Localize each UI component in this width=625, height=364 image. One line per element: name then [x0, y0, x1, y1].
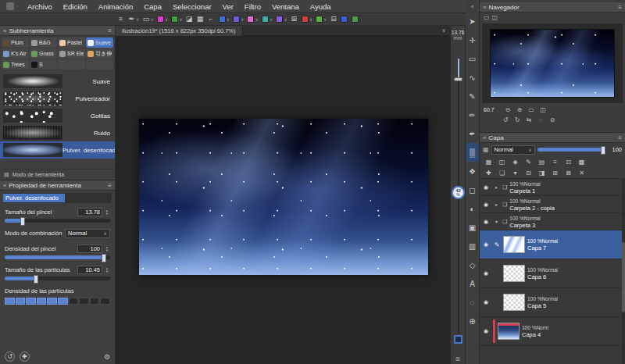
color-chip-indigo[interactable]: ∨: [233, 15, 244, 24]
layer-row-capa-7[interactable]: ◉ ✎ 100 %NormalCapa 7: [480, 230, 625, 259]
layer-color-icon[interactable]: ▩: [576, 157, 588, 166]
subview-tab-icon[interactable]: ◫: [492, 14, 498, 21]
subtool-item[interactable]: Gotitas: [0, 107, 115, 124]
brush-tool-icon[interactable]: ✒: [466, 124, 479, 143]
brush-density-slider[interactable]: [5, 255, 110, 259]
actual-size-icon[interactable]: ◫: [538, 106, 548, 113]
clip-below-icon[interactable]: ◫: [496, 157, 508, 166]
pen-tool-icon[interactable]: ✎: [466, 87, 479, 105]
layer-opacity-slider[interactable]: [538, 148, 605, 152]
layer-row-carpeta-3[interactable]: ◉ ▾ ❏ 100 %NormalCarpeta 3: [480, 213, 625, 230]
transfer-down-icon[interactable]: ⊟: [523, 168, 534, 177]
subtool-group-button[interactable]: Plum: [2, 37, 29, 48]
figure-tool-icon[interactable]: ◇: [466, 255, 479, 274]
expand-arrow-icon[interactable]: ▸: [493, 202, 500, 207]
collapse-toolbox-icon[interactable]: «: [466, 2, 479, 12]
visibility-eye-icon[interactable]: ◉: [481, 299, 491, 305]
visibility-eye-icon[interactable]: ◉: [481, 184, 491, 191]
subtool-group-button[interactable]: Pastel: [58, 37, 85, 48]
collapse-panel-icon[interactable]: «: [483, 134, 486, 141]
tool-preset-icon[interactable]: ✒ ∨: [128, 15, 139, 24]
layer-row-carpeta-1[interactable]: ◉ ▸ ❏ 100 %NormalCarpeta 1: [480, 179, 625, 196]
subtool-group-button[interactable]: [86, 59, 113, 70]
menubar-item[interactable]: Animación: [93, 2, 138, 11]
pencil-tool-icon[interactable]: ✏: [466, 105, 479, 124]
reset-rotation-icon[interactable]: ◌: [536, 116, 545, 123]
subtool-group-button[interactable]: Trees: [2, 59, 29, 70]
layer-row-capa-6[interactable]: ◉ 100 %NormalCapa 6: [480, 259, 625, 288]
selected-subtool-banner[interactable]: Pulver. desenfocado: [3, 193, 112, 203]
subtool-item[interactable]: Suave: [0, 73, 115, 90]
layer-thumbnail[interactable]: [503, 294, 525, 311]
zoom-out-icon[interactable]: ⊖: [503, 106, 512, 113]
apply-mask-icon[interactable]: ⊞: [549, 168, 561, 177]
move-tool-icon[interactable]: ✛: [466, 30, 479, 49]
text-tool-icon[interactable]: A: [466, 274, 479, 293]
particle-size-slider[interactable]: [5, 277, 110, 280]
blend-grid-icon[interactable]: ▦: [483, 157, 495, 166]
selection-launcher-icon[interactable]: [454, 335, 462, 344]
selection-mode-icon[interactable]: ▭ ∨: [142, 15, 153, 24]
snap-icon[interactable]: ⊞: [291, 15, 298, 24]
blend-mode-select[interactable]: Normal ∨: [65, 229, 110, 238]
new-folder-icon[interactable]: ❏: [496, 168, 508, 177]
spinner-icon[interactable]: ▲▼: [104, 246, 110, 252]
register-settings-button[interactable]: ✚: [20, 352, 30, 362]
layer-thumbnail[interactable]: [503, 265, 525, 282]
layer-list-scrollbar[interactable]: [622, 179, 625, 364]
merge-down-icon[interactable]: ▾: [509, 168, 521, 177]
layer-blend-select[interactable]: Normal ∨: [491, 145, 535, 155]
collapse-panel-icon[interactable]: «: [3, 27, 6, 34]
menubar-item[interactable]: Archivo: [22, 2, 58, 11]
subtool-group-button[interactable]: [58, 59, 85, 70]
subtool-group-button[interactable]: Suave: [86, 37, 113, 48]
layer-thumbnail[interactable]: [503, 236, 525, 253]
particle-size-value[interactable]: 10.45: [77, 266, 102, 274]
layer-mask-icon[interactable]: ◨: [536, 168, 548, 177]
collapse-panel-icon[interactable]: «: [483, 4, 486, 11]
subtool-item[interactable]: Pulver. desenfocado: [0, 141, 115, 159]
selection-tool-icon[interactable]: ▭: [466, 49, 479, 68]
lock-layer-icon[interactable]: ◈: [509, 157, 521, 166]
color-chip-pink[interactable]: ∨: [247, 15, 258, 24]
palette-menu-icon[interactable]: ≡: [117, 15, 125, 24]
visibility-eye-icon[interactable]: ◉: [481, 270, 491, 277]
grid-icon[interactable]: ▦: [197, 15, 205, 24]
rotate-left-icon[interactable]: ↺: [501, 116, 510, 123]
color-chip-green[interactable]: ∨: [171, 15, 182, 24]
rotate-right-icon[interactable]: ↻: [512, 116, 522, 123]
visibility-eye-icon[interactable]: ◉: [481, 219, 491, 225]
fill-tool-icon[interactable]: ▣: [466, 218, 479, 237]
expand-arrow-icon[interactable]: ▸: [493, 184, 500, 190]
menubar-item[interactable]: Filtro: [239, 2, 266, 11]
new-layer-icon[interactable]: ✚: [483, 168, 495, 177]
color-chip-teal[interactable]: ∨: [262, 15, 273, 24]
layer-row-carpeta-2-copia[interactable]: ◉ ▸ ❏ 100 %NormalCarpeta 2 - copia: [480, 196, 625, 213]
eraser-tool-icon[interactable]: ◻: [466, 180, 479, 199]
visibility-eye-icon[interactable]: ◉: [481, 328, 491, 334]
brush-size-slider[interactable]: [5, 219, 110, 223]
gradient-tool-icon[interactable]: ▥: [466, 237, 479, 255]
subtool-group-button[interactable]: S: [30, 59, 57, 70]
draft-layer-icon[interactable]: ▤: [536, 157, 548, 166]
blend-tool-icon[interactable]: ◐: [466, 199, 479, 218]
brush-density-value[interactable]: 100: [77, 244, 102, 253]
panel-menu-icon[interactable]: ≡: [108, 27, 112, 34]
panel-menu-icon[interactable]: ≡: [618, 4, 622, 11]
color-chip-blue[interactable]: ∨: [219, 15, 230, 24]
autoselect-tool-icon[interactable]: ∿: [466, 68, 479, 87]
layout-grid-icon[interactable]: ⊟: [330, 15, 338, 24]
ruler-icon[interactable]: ⌐: [208, 15, 216, 24]
color-chip-violet[interactable]: ∨: [276, 15, 287, 24]
fit-to-window-icon[interactable]: ▭: [527, 106, 536, 113]
subtool-group-button[interactable]: 引き伸: [86, 48, 113, 59]
flip-horizontal-icon[interactable]: ⇆: [524, 116, 534, 123]
menubar-item[interactable]: Capa: [138, 2, 167, 11]
spinner-icon[interactable]: ▲▼: [104, 267, 110, 273]
eraser-icon[interactable]: ◪: [186, 15, 194, 24]
collapse-panel-icon[interactable]: «: [3, 182, 6, 189]
reset-settings-button[interactable]: ↺: [5, 352, 15, 362]
zoom-level-badge[interactable]: 42 %: [452, 186, 465, 199]
color-chip-lime[interactable]: ∨: [316, 15, 327, 24]
operation-tool-icon[interactable]: ➤: [466, 12, 479, 30]
